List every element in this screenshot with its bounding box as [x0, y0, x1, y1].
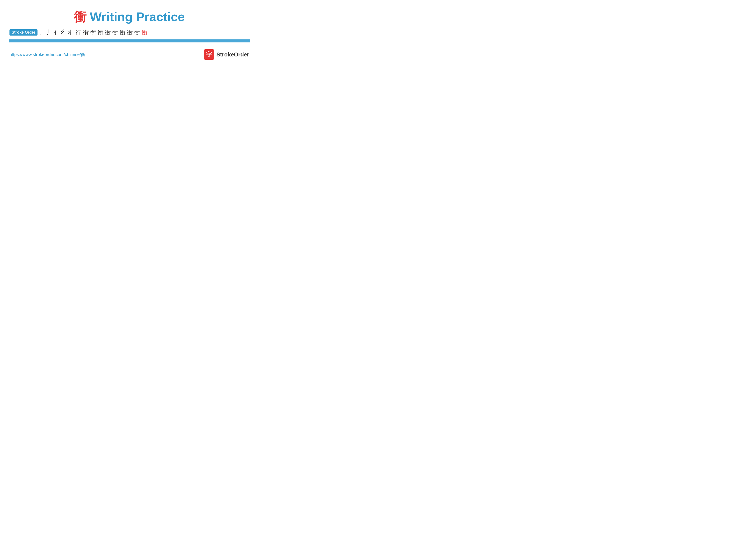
stroke-step-9: 衔: [97, 30, 103, 36]
stroke-step-7: 衔: [83, 30, 89, 36]
stroke-step-13: 衝: [127, 30, 133, 36]
grid-cell[interactable]: [9, 42, 27, 42]
stroke-step-5: 彳: [68, 30, 74, 36]
stroke-step-4: 彳: [61, 30, 67, 36]
title-chinese-char: 衝: [74, 10, 86, 24]
stroke-step-1: 、: [39, 30, 45, 36]
stroke-step-2: 丿: [46, 30, 52, 36]
grid-cell[interactable]: [83, 42, 101, 42]
grid-cell[interactable]: [139, 42, 157, 42]
stroke-step-12: 衝: [120, 30, 125, 36]
stroke-step-14: 衝: [134, 30, 140, 36]
logo-text: StrokeOrder: [216, 51, 249, 58]
grid-cell[interactable]: [120, 42, 139, 42]
grid-cell[interactable]: [213, 42, 231, 42]
stroke-step-10: 衝: [105, 30, 111, 36]
grid-cell[interactable]: [176, 42, 194, 42]
practice-grid: 衝 衝 衝 衝 衝 衝 衝: [9, 39, 250, 42]
footer-logo: 字 StrokeOrder: [204, 49, 249, 60]
stroke-step-3: 亻: [53, 30, 60, 36]
footer-url[interactable]: https://www.strokeorder.com/chinese/衝: [10, 52, 85, 58]
page-title: 衝 Writing Practice: [9, 4, 250, 25]
stroke-step-6: 行: [75, 30, 81, 36]
grid-cell[interactable]: [65, 42, 83, 42]
title-label: Writing Practice: [86, 10, 185, 24]
grid-cell[interactable]: [194, 42, 213, 42]
stroke-step-8: 衔: [90, 30, 96, 36]
grid-cell[interactable]: [157, 42, 176, 42]
stroke-order-badge: Stroke Order: [10, 29, 38, 36]
grid-cell[interactable]: [231, 42, 250, 42]
stroke-step-15: 衝: [141, 30, 148, 36]
stroke-step-11: 衝: [112, 30, 118, 36]
stroke-order-row: Stroke Order 、 丿 亻 彳 彳 行 衔 衔 衔 衝 衝 衝 衝 衝…: [9, 29, 250, 36]
grid-cell[interactable]: [101, 42, 120, 42]
footer: https://www.strokeorder.com/chinese/衝 字 …: [9, 49, 250, 60]
logo-icon: 字: [204, 49, 214, 60]
grid-cell[interactable]: [46, 42, 65, 42]
grid-row-6: [9, 42, 250, 42]
grid-cell[interactable]: [27, 42, 46, 42]
